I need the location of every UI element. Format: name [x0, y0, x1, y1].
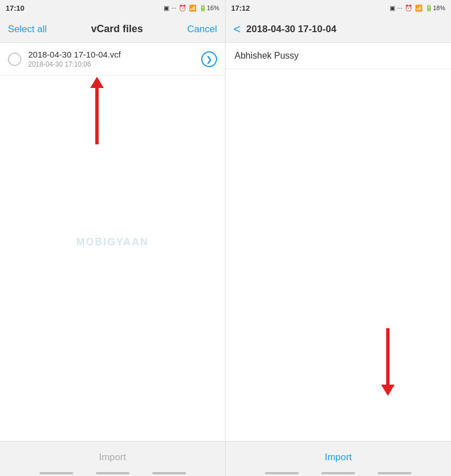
- right-panel: 17:12 ▣ ··· ⏰ 📶 🔋18% < 2018-04-30 17-10-…: [226, 0, 451, 476]
- page-title-left: vCard files: [91, 23, 143, 35]
- home-indicator-right: [226, 473, 451, 476]
- import-button-right[interactable]: Import: [325, 452, 352, 463]
- notification-icon-right: ▣: [390, 5, 395, 12]
- home-bar-1: [39, 472, 73, 474]
- contact-item: Abhishek Pussy: [226, 43, 451, 69]
- annotation-arrow-up: [90, 77, 104, 144]
- status-time-left: 17:10: [6, 4, 24, 12]
- nav-bar-left: Select all vCard files Cancel: [0, 16, 225, 43]
- arrow-line-down: [386, 328, 390, 385]
- nav-bar-right: < 2018-04-30 17-10-04: [226, 16, 451, 43]
- wifi-icon: 📶: [189, 5, 197, 12]
- arrow-line-up: [95, 88, 99, 144]
- contact-list: Abhishek Pussy: [226, 43, 451, 441]
- clock-icon-right: ⏰: [405, 5, 413, 12]
- status-bar-right: 17:12 ▣ ··· ⏰ 📶 🔋18%: [226, 0, 451, 16]
- file-date: 2018-04-30 17:10:06: [28, 60, 201, 68]
- bottom-bar-right: Import: [226, 441, 451, 473]
- file-name: 2018-04-30 17-10-04.vcf: [28, 50, 201, 59]
- home-bar-r-2: [321, 472, 355, 474]
- overflow-icon: ···: [171, 5, 176, 11]
- status-time-right: 17:12: [231, 4, 250, 12]
- cancel-button[interactable]: Cancel: [187, 24, 217, 35]
- file-info: 2018-04-30 17-10-04.vcf 2018-04-30 17:10…: [28, 50, 201, 68]
- home-indicator-left: [0, 473, 225, 476]
- left-panel: 17:10 ▣ ··· ⏰ 📶 🔋16% Select all vCard fi…: [0, 0, 226, 476]
- page-title-right: 2018-04-30 17-10-04: [246, 24, 337, 35]
- arrow-head-down: [381, 385, 395, 396]
- back-button[interactable]: <: [233, 22, 241, 37]
- notification-icon: ▣: [163, 5, 169, 12]
- select-all-button[interactable]: Select all: [8, 24, 47, 35]
- file-detail-icon[interactable]: ❯: [201, 51, 217, 67]
- annotation-arrow-down: [381, 328, 395, 396]
- home-bar-3: [152, 472, 186, 474]
- wifi-icon-right: 📶: [415, 5, 423, 12]
- home-bar-r-3: [378, 472, 412, 474]
- file-list-item[interactable]: 2018-04-30 17-10-04.vcf 2018-04-30 17:10…: [0, 43, 225, 76]
- clock-icon: ⏰: [179, 5, 187, 12]
- bottom-bar-left: Import: [0, 441, 225, 473]
- battery-left: 🔋16%: [199, 5, 219, 12]
- status-icons-left: ▣ ··· ⏰ 📶 🔋16%: [163, 5, 219, 12]
- status-bar-left: 17:10 ▣ ··· ⏰ 📶 🔋16%: [0, 0, 225, 16]
- watermark: MOBIGYAAN: [76, 236, 148, 248]
- home-bar-r-1: [265, 472, 299, 474]
- home-bar-2: [96, 472, 130, 474]
- file-list: 2018-04-30 17-10-04.vcf 2018-04-30 17:10…: [0, 43, 225, 441]
- battery-right: 🔋18%: [425, 5, 445, 12]
- overflow-icon-right: ···: [397, 5, 403, 11]
- file-radio-button[interactable]: [8, 52, 21, 66]
- arrow-head-up: [90, 77, 104, 88]
- import-button-left[interactable]: Import: [99, 452, 126, 463]
- status-icons-right: ▣ ··· ⏰ 📶 🔋18%: [390, 5, 445, 12]
